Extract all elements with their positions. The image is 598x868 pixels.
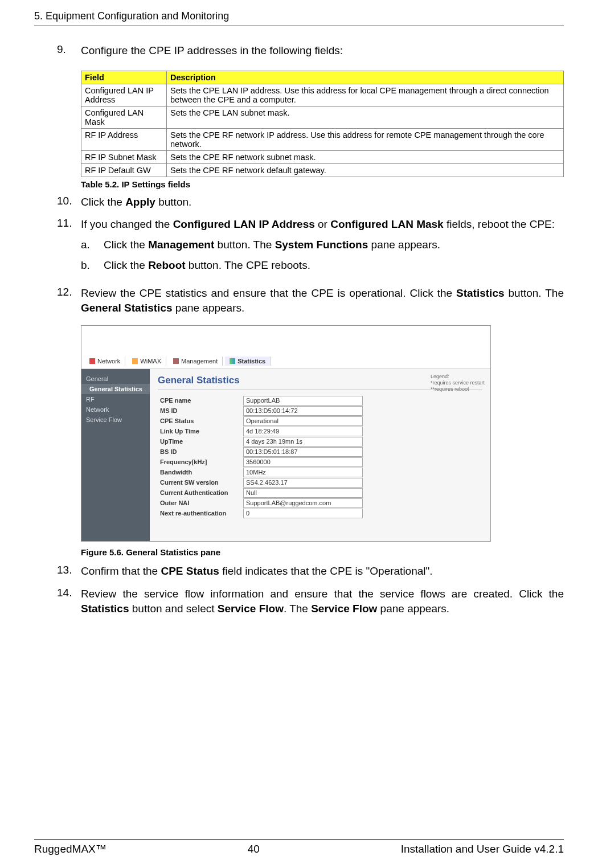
footer-right: Installation and User Guide v4.2.1: [401, 843, 564, 855]
step-number: 9.: [57, 43, 81, 58]
stat-value: SupportLAB: [243, 396, 363, 406]
statistics-icon: [230, 358, 235, 364]
step-text: Review the CPE statistics and ensure tha…: [81, 286, 564, 315]
stat-value: 00:13:D5:00:14:72: [243, 406, 363, 416]
sidebar-item-network[interactable]: Network: [81, 404, 150, 415]
stat-value: 4 days 23h 19mn 1s: [243, 437, 363, 447]
stat-label: Frequency[kHz]: [158, 457, 243, 468]
tab-wimax[interactable]: WiMAX: [128, 357, 166, 366]
stat-label: Next re-authentication: [158, 509, 243, 519]
stat-value: SupportLAB@ruggedcom.com: [243, 498, 363, 508]
table-header-field: Field: [81, 71, 167, 84]
substep-number: a.: [81, 238, 104, 252]
stat-value: SS4.2.4623.17: [243, 478, 363, 488]
cell-desc: Sets the CPE RF network IP address. Use …: [167, 128, 564, 150]
cell-desc: Sets the CPE LAN subnet mask.: [167, 106, 564, 128]
stat-label: MS ID: [158, 406, 243, 416]
substep-text: Click the Reboot button. The CPE reboots…: [104, 258, 564, 273]
network-icon: [89, 358, 95, 364]
step-text: Configure the CPE IP addresses in the fo…: [81, 43, 564, 58]
step-text: If you changed the Configured LAN IP Add…: [81, 217, 564, 278]
tab-statistics[interactable]: Statistics: [225, 357, 271, 366]
screenshot-sidebar: General General Statistics RF Network Se…: [81, 369, 150, 541]
wimax-icon: [132, 358, 138, 364]
cell-desc: Sets the CPE LAN IP address. Use this ad…: [167, 84, 564, 106]
table-header-description: Description: [167, 71, 564, 84]
stat-label: CPE Status: [158, 416, 243, 427]
step-number: 13.: [57, 564, 81, 579]
stat-label: Current SW version: [158, 478, 243, 488]
table-row: Configured LAN MaskSets the CPE LAN subn…: [81, 106, 564, 128]
substep-number: b.: [81, 258, 104, 273]
general-statistics-screenshot: Network WiMAX Management Statistics Gene…: [81, 325, 491, 542]
step-number: 10.: [57, 195, 81, 210]
tab-management[interactable]: Management: [169, 357, 223, 366]
stats-grid: CPE nameSupportLAB MS ID00:13:D5:00:14:7…: [158, 396, 482, 519]
cell-field: RF IP Subnet Mask: [81, 150, 167, 163]
stat-label: CPE name: [158, 396, 243, 406]
cell-desc: Sets the CPE RF network subnet mask.: [167, 150, 564, 163]
cell-desc: Sets the CPE RF network default gateway.: [167, 163, 564, 177]
stat-value: 0: [243, 509, 363, 518]
figure-caption: Figure 5.6. General Statistics pane: [81, 547, 564, 557]
page-header: 5. Equipment Configuration and Monitorin…: [34, 10, 564, 26]
legend: Legend: *requires service restart **requ…: [431, 374, 485, 392]
cell-field: Configured LAN Mask: [81, 106, 167, 128]
sidebar-item-service-flow[interactable]: Service Flow: [81, 415, 150, 425]
step-number: 12.: [57, 286, 81, 315]
cell-field: RF IP Address: [81, 128, 167, 150]
stat-label: Bandwidth: [158, 468, 243, 478]
stat-label: UpTime: [158, 437, 243, 447]
footer-left: RuggedMAX™: [34, 843, 107, 855]
step-text: Confirm that the CPE Status field indica…: [81, 564, 564, 579]
stat-value: Null: [243, 488, 363, 498]
stat-label: Outer NAI: [158, 498, 243, 509]
substep-text: Click the Management button. The System …: [104, 238, 564, 252]
cell-field: RF IP Default GW: [81, 163, 167, 177]
stat-label: Current Authentication: [158, 488, 243, 498]
step-number: 11.: [57, 217, 81, 278]
tab-network[interactable]: Network: [85, 357, 125, 366]
stat-value: 10MHz: [243, 468, 363, 477]
ip-settings-table: Field Description Configured LAN IP Addr…: [81, 71, 564, 177]
stat-value: 00:13:D5:01:18:87: [243, 447, 363, 457]
step-number: 14.: [57, 587, 81, 616]
step-text: Review the service flow information and …: [81, 587, 564, 616]
stat-value: 4d 18:29:49: [243, 427, 363, 436]
stat-value: Operational: [243, 416, 363, 426]
stat-label: Link Up Time: [158, 427, 243, 437]
table-row: RF IP AddressSets the CPE RF network IP …: [81, 128, 564, 150]
footer-page-number: 40: [248, 843, 260, 855]
table-row: RF IP Default GWSets the CPE RF network …: [81, 163, 564, 177]
sidebar-item-rf[interactable]: RF: [81, 394, 150, 404]
table-row: Configured LAN IP AddressSets the CPE LA…: [81, 84, 564, 106]
cell-field: Configured LAN IP Address: [81, 84, 167, 106]
sidebar-item-general-statistics[interactable]: General Statistics: [81, 384, 150, 394]
page-footer: RuggedMAX™ 40 Installation and User Guid…: [34, 839, 564, 855]
management-icon: [173, 358, 179, 364]
sidebar-item-general[interactable]: General: [81, 374, 150, 384]
step-text: Click the Apply button.: [81, 195, 564, 210]
table-caption: Table 5.2. IP Settings fields: [81, 179, 564, 189]
stat-value: 3560000: [243, 457, 363, 467]
table-row: RF IP Subnet MaskSets the CPE RF network…: [81, 150, 564, 163]
stat-label: BS ID: [158, 447, 243, 457]
